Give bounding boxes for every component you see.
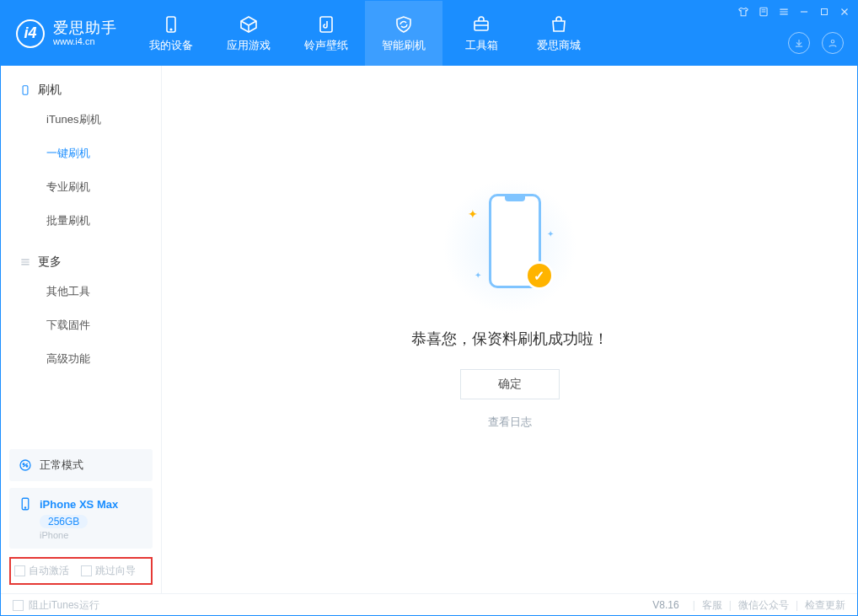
app-header: i4 爱思助手 www.i4.cn 我的设备 应用游戏 铃声壁纸 智能刷机 工具… [1,1,857,66]
sidebar-item-batch-flash[interactable]: 批量刷机 [1,204,161,238]
note-icon[interactable] [756,4,771,19]
brand-name: 爱思助手 [53,20,117,37]
sidebar-options-highlight: 自动激活 跳过向导 [9,557,153,585]
main-content: ✦ ✦ ✦ ✓ 恭喜您，保资料刷机成功啦！ 确定 查看日志 [162,66,857,593]
device-row: iPhone XS Max [18,496,144,512]
checkbox-label: 阻止iTunes运行 [29,598,99,613]
check-badge-icon: ✓ [525,261,554,290]
checkbox-label: 跳过向导 [95,564,136,578]
sidebar-item-other-tools[interactable]: 其他工具 [1,275,161,308]
sidebar-item-advanced[interactable]: 高级功能 [1,342,161,376]
download-icon[interactable] [788,32,810,54]
menu-icon[interactable] [776,4,791,19]
nav-store[interactable]: 爱思商城 [520,1,598,66]
success-title: 恭喜您，保资料刷机成功啦！ [411,329,609,349]
tshirt-icon[interactable] [736,4,751,19]
sidebar-item-oneclick-flash[interactable]: 一键刷机 [1,137,161,170]
sparkle-icon: ✦ [475,271,481,280]
sidebar-item-itunes-flash[interactable]: iTunes刷机 [1,103,161,137]
sidebar-title: 刷机 [38,83,62,98]
success-illustration: ✦ ✦ ✦ ✓ [442,179,577,313]
footer-link-kefu[interactable]: 客服 [702,598,722,613]
nav-label: 我的设备 [149,38,193,53]
phone-small-icon [18,496,33,512]
nav-label: 智能刷机 [382,38,426,53]
app-body: 刷机 iTunes刷机 一键刷机 专业刷机 批量刷机 更多 其他工具 下载固件 … [1,66,857,593]
svg-point-12 [24,507,25,508]
footer: 阻止iTunes运行 V8.16 | 客服 | 微信公众号 | 检查更新 [1,593,857,616]
minimize-button[interactable] [796,4,812,19]
checkbox-icon [13,600,24,611]
bag-icon [549,14,569,35]
svg-rect-5 [822,9,828,15]
sidebar-section-flash: 刷机 iTunes刷机 一键刷机 专业刷机 批量刷机 [1,66,161,238]
checkbox-auto-activate[interactable]: 自动激活 [14,564,69,578]
sidebar-device-card[interactable]: iPhone XS Max 256GB iPhone [9,488,153,549]
sidebar-head-flash[interactable]: 刷机 [1,78,161,103]
footer-link-wechat[interactable]: 微信公众号 [738,598,789,613]
logo-icon: i4 [16,19,45,48]
music-doc-icon [316,14,336,35]
svg-point-1 [170,29,172,30]
nav-flash[interactable]: 智能刷机 [365,1,442,66]
footer-link-update[interactable]: 检查更新 [805,598,845,613]
brand-text: 爱思助手 www.i4.cn [53,20,117,47]
sidebar-head-more[interactable]: 更多 [1,249,161,275]
nav-label: 工具箱 [465,38,498,53]
toolbox-icon [471,14,491,35]
status-icon [18,458,33,473]
device-name: iPhone XS Max [40,498,118,511]
nav-label: 应用游戏 [227,38,271,53]
sparkle-icon: ✦ [468,207,478,221]
sidebar-title: 更多 [38,254,62,270]
success-panel: ✦ ✦ ✦ ✓ 恭喜您，保资料刷机成功啦！ 确定 查看日志 [411,179,609,430]
sidebar: 刷机 iTunes刷机 一键刷机 专业刷机 批量刷机 更多 其他工具 下载固件 … [1,66,162,593]
svg-rect-2 [320,17,332,32]
sidebar-item-download-firmware[interactable]: 下载固件 [1,308,161,342]
window-controls [736,4,852,19]
checkbox-block-itunes[interactable]: 阻止iTunes运行 [13,598,99,613]
checkbox-skip-guide[interactable]: 跳过向导 [81,564,136,578]
svg-point-9 [23,463,24,465]
user-icon[interactable] [822,32,844,54]
brand-url: www.i4.cn [53,36,117,46]
checkbox-icon [14,565,25,576]
list-icon [19,256,31,268]
device-icon [19,84,31,96]
sidebar-section-more: 更多 其他工具 下载固件 高级功能 [1,238,161,376]
device-capacity-badge: 256GB [40,515,88,528]
device-type: iPhone [40,530,144,540]
svg-point-6 [831,40,834,44]
checkbox-icon [81,565,92,576]
nav-label: 爱思商城 [537,38,581,53]
refresh-shield-icon [394,14,414,35]
logo-area: i4 爱思助手 www.i4.cn [1,1,132,66]
ok-button[interactable]: 确定 [460,369,560,399]
view-log-link[interactable]: 查看日志 [411,415,609,430]
svg-rect-7 [23,86,28,95]
nav-toolbox[interactable]: 工具箱 [442,1,520,66]
nav-my-device[interactable]: 我的设备 [132,1,210,66]
main-nav: 我的设备 应用游戏 铃声壁纸 智能刷机 工具箱 爱思商城 [132,1,598,66]
footer-right: V8.16 | 客服 | 微信公众号 | 检查更新 [652,598,845,613]
sidebar-status-card[interactable]: 正常模式 [9,449,153,481]
cube-icon [239,14,259,35]
sidebar-item-pro-flash[interactable]: 专业刷机 [1,170,161,204]
version-label: V8.16 [652,599,678,611]
header-right-icons [788,32,844,54]
nav-apps[interactable]: 应用游戏 [210,1,287,66]
nav-ringtones[interactable]: 铃声壁纸 [287,1,365,66]
status-label: 正常模式 [40,458,83,473]
svg-point-10 [26,466,28,468]
maximize-button[interactable] [817,4,832,19]
close-button[interactable] [837,4,852,19]
nav-label: 铃声壁纸 [304,38,348,53]
sparkle-icon: ✦ [547,229,554,238]
checkbox-label: 自动激活 [29,564,69,578]
phone-icon [161,14,181,35]
